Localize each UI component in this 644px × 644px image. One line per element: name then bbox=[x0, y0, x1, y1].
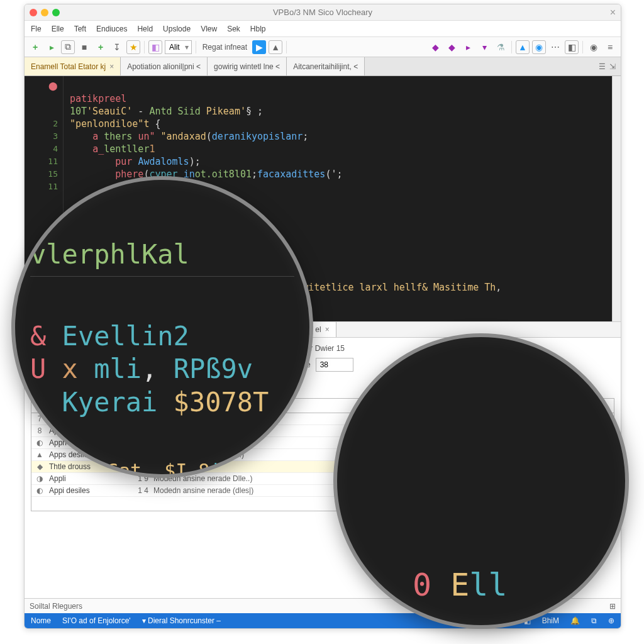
tool-button[interactable]: + bbox=[94, 40, 108, 54]
run-button[interactable]: ▶ bbox=[252, 40, 266, 54]
status-item[interactable]: Nome bbox=[31, 616, 51, 625]
bottom-tab[interactable]: Soiltal Rleguers bbox=[30, 602, 82, 611]
run-config-select[interactable]: Alit bbox=[165, 40, 192, 54]
tool-button[interactable]: ▲ bbox=[269, 40, 282, 54]
magnifier-overlay: vlerphlKal & Evellin2 U x mli, RPß9v Kye… bbox=[11, 176, 313, 478]
name-field[interactable] bbox=[316, 358, 353, 372]
menu-item[interactable]: Endiuces bbox=[96, 25, 127, 33]
titlebar: VPBo/3 NM Sico Vlocheary × bbox=[25, 4, 621, 21]
menu-item[interactable]: Hblp bbox=[250, 25, 266, 33]
tool-button[interactable]: ⧉ bbox=[61, 40, 75, 54]
editor-tab[interactable]: Enamell Total Etator kj× bbox=[25, 57, 121, 75]
menu-item[interactable]: Vlew bbox=[201, 25, 217, 33]
run-label: Regat infneat bbox=[200, 43, 250, 52]
menu-item[interactable]: Sek bbox=[227, 25, 240, 33]
bell-icon[interactable]: 🔔 bbox=[570, 616, 580, 625]
tool-button[interactable]: ◉ bbox=[587, 40, 601, 54]
status-item[interactable]: ▾ Dieral Shonrcunster – bbox=[142, 616, 221, 625]
status-item[interactable]: SI'O ad of Enjolorce' bbox=[62, 616, 131, 625]
status-icon[interactable]: ⊕ bbox=[608, 616, 614, 625]
menu-item[interactable]: Elle bbox=[52, 25, 64, 33]
tool-button[interactable]: ◉ bbox=[532, 40, 546, 54]
editor-tab[interactable]: Apotiation alionil|pni < bbox=[121, 57, 208, 75]
beaker-icon[interactable]: ⚗ bbox=[494, 40, 508, 54]
editor-tabs: Enamell Total Etator kj× Apotiation alio… bbox=[25, 57, 621, 76]
status-icon[interactable]: ⧉ bbox=[591, 616, 597, 625]
overflow-icon[interactable]: ☰ bbox=[599, 62, 606, 71]
editor-tab[interactable]: gowirig wintetl lne < bbox=[208, 57, 287, 75]
tool-button[interactable]: ↧ bbox=[110, 40, 124, 54]
bookmark-icon[interactable]: ★ bbox=[126, 40, 140, 54]
scrollbar[interactable] bbox=[612, 76, 621, 321]
tool-button[interactable]: ◆ bbox=[428, 40, 442, 54]
tool-button[interactable]: ▾ bbox=[477, 40, 491, 54]
menu-item[interactable]: Teft bbox=[74, 25, 86, 33]
tool-button[interactable]: ▸ bbox=[461, 40, 475, 54]
window-title: VPBo/3 NM Sico Vlocheary bbox=[273, 8, 372, 17]
tool-button[interactable]: ⋯ bbox=[548, 40, 562, 54]
traffic-lights bbox=[30, 9, 60, 16]
tool-button[interactable]: ◆ bbox=[445, 40, 458, 54]
toolbar: + ▸ ⧉ ■ + ↧ ★ ◧ Alit Regat infneat ▶ ▲ ◆… bbox=[25, 37, 621, 57]
menu-item[interactable]: Held bbox=[137, 25, 153, 33]
editor-tab[interactable]: Aitcaneritaihilijint, < bbox=[287, 57, 365, 75]
play-icon[interactable]: ▸ bbox=[45, 40, 58, 54]
menu-item[interactable]: Fle bbox=[31, 25, 42, 33]
close-window-button[interactable] bbox=[30, 9, 37, 16]
close-icon[interactable]: × bbox=[325, 325, 330, 334]
close-icon[interactable]: × bbox=[109, 62, 114, 71]
tool-button[interactable]: ▲ bbox=[516, 40, 530, 54]
minimize-window-button[interactable] bbox=[41, 9, 48, 16]
tool-button[interactable]: ◧ bbox=[565, 40, 579, 54]
tool-button[interactable]: ■ bbox=[77, 40, 91, 54]
menu-item[interactable]: Upslode bbox=[163, 25, 191, 33]
zoom-window-button[interactable] bbox=[52, 9, 60, 16]
chevron-down-icon[interactable]: ≡ bbox=[603, 40, 617, 54]
close-icon[interactable]: × bbox=[610, 7, 616, 18]
add-icon[interactable]: + bbox=[28, 40, 42, 54]
magnifier-overlay: 0 Ell Asies|nbrinvr bbox=[333, 333, 629, 629]
tool-button[interactable]: ⊞ bbox=[609, 602, 616, 611]
pin-icon[interactable]: ⇲ bbox=[609, 62, 616, 71]
menubar: Fle Elle Teft Endiuces Held Upslode Vlew… bbox=[25, 21, 621, 37]
config-icon[interactable]: ◧ bbox=[148, 40, 162, 54]
status-item[interactable]: BhiM bbox=[542, 616, 559, 625]
